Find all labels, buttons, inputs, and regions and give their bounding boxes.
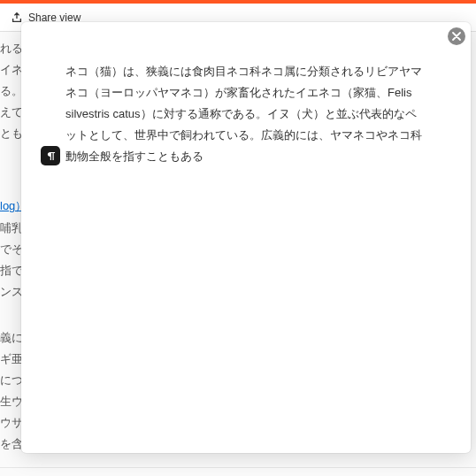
close-button[interactable] xyxy=(448,27,465,45)
paragraph-icon xyxy=(46,151,56,161)
modal-content: ネコ（猫）は、狭義には食肉目ネコ科ネコ属に分類されるリビアヤマネコ（ヨーロッパヤ… xyxy=(21,22,471,194)
bg-footer-divider xyxy=(0,467,476,476)
modal-panel: ネコ（猫）は、狭義には食肉目ネコ科ネコ属に分類されるリビアヤマネコ（ヨーロッパヤ… xyxy=(21,22,471,453)
close-icon xyxy=(452,32,461,41)
modal-text: ネコ（猫）は、狭義には食肉目ネコ科ネコ属に分類されるリビアヤマネコ（ヨーロッパヤ… xyxy=(65,61,426,167)
paragraph-button[interactable] xyxy=(41,146,60,165)
